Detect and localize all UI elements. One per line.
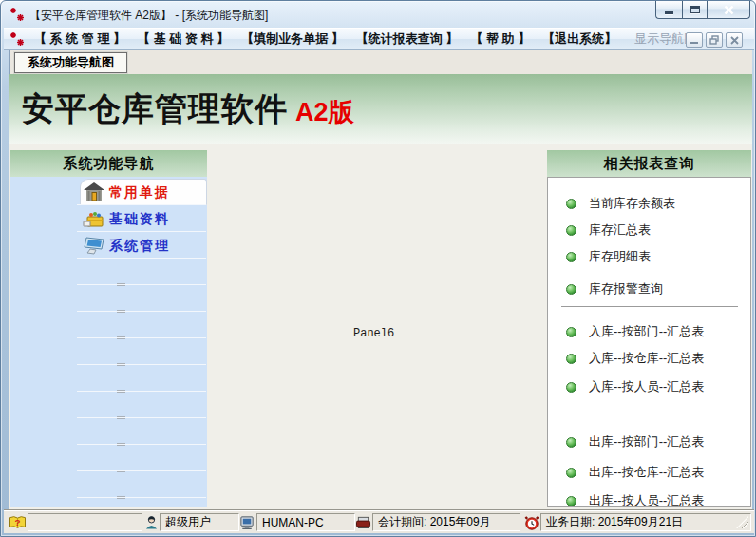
report-item-label: 入库--按仓库--汇总表 [589, 350, 704, 367]
app-logo-icon [9, 31, 25, 47]
nav-empty-slot [10, 338, 207, 365]
green-bullet-icon [566, 354, 576, 364]
divider [561, 306, 738, 307]
close-icon [730, 36, 739, 45]
house-icon [83, 181, 105, 203]
report-item-stock-summary[interactable]: 库存汇总表 [566, 221, 651, 240]
menu-item-base-data[interactable]: 【 基 础 资 料 】 [138, 30, 229, 48]
green-bullet-icon [566, 284, 576, 295]
green-bullet-icon [566, 327, 576, 337]
status-business-date-field: 业务日期: 2015年09月21日 [540, 513, 751, 531]
left-panel: 系统功能导航 常用单据 [10, 150, 207, 507]
menu-item-system-management[interactable]: 【 系 统 管 理 】 [34, 30, 125, 48]
green-bullet-icon [566, 225, 576, 236]
window-title: 【安平仓库管理软件 A2版】 - [系统功能导航图] [29, 8, 268, 24]
nav-empty-slot [10, 285, 207, 312]
report-item-stock-alert[interactable]: 库存报警查询 [566, 279, 663, 298]
menu-item-exit-system[interactable]: 【退出系统】 [542, 30, 616, 48]
minimize-button[interactable] [655, 1, 682, 19]
computer-name: HUMAN-PC [262, 516, 324, 529]
report-item-label: 出库--按人员--汇总表 [589, 492, 704, 507]
right-panel-body: 当前库存余额表 库存汇总表 库存明细表 库存报警查询 入库--按部门--汇总表 … [547, 177, 751, 507]
status-computer-field: HUMAN-PC [256, 513, 355, 531]
nav-item-label: 基础资料 [109, 211, 170, 228]
divider [561, 412, 738, 412]
nav-item-label: 常用单据 [109, 184, 170, 201]
nav-empty-slot [10, 259, 207, 285]
green-bullet-icon [566, 252, 576, 262]
menu-item-help[interactable]: 【 帮 助 】 [470, 30, 530, 48]
nav-item-common-documents[interactable]: 常用单据 [10, 179, 207, 205]
nav-item-label: 系统管理 [109, 238, 170, 255]
report-item-outbound-by-person[interactable]: 出库--按人员--汇总表 [566, 491, 704, 507]
maximize-button[interactable] [682, 1, 708, 19]
report-item-outbound-by-department[interactable]: 出库--按部门--汇总表 [566, 432, 704, 451]
app-logo-icon [9, 7, 25, 22]
close-icon [723, 5, 735, 15]
green-bullet-icon [566, 437, 576, 448]
status-user-field: 超级用户 [160, 513, 239, 531]
menu-item-fill-business-documents[interactable]: 【填制业务单据 】 [241, 30, 344, 48]
app-window: 【安平仓库管理软件 A2版】 - [系统功能导航图] 【 系 统 管 理 】 【… [0, 0, 756, 537]
green-bullet-icon [566, 468, 576, 478]
left-panel-body: 常用单据 基础资料 [10, 177, 207, 507]
nav-empty-slot [10, 471, 207, 498]
report-item-inbound-by-warehouse[interactable]: 入库--按仓库--汇总表 [566, 349, 704, 368]
green-bullet-icon [566, 496, 576, 507]
banner-version: A2版 [295, 95, 354, 129]
business-date: 业务日期: 2015年09月21日 [546, 514, 683, 530]
child-close-button[interactable] [726, 32, 743, 48]
box-icon [83, 207, 105, 230]
child-restore-button[interactable] [706, 32, 723, 48]
report-item-current-stock-balance[interactable]: 当前库存余额表 [566, 194, 675, 213]
banner-title: 安平仓库管理软件 [22, 87, 288, 131]
report-item-inbound-by-person[interactable]: 入库--按人员--汇总表 [566, 377, 704, 396]
menu-bar: 【 系 统 管 理 】 【 基 础 资 料 】 【填制业务单据 】 【统计报表查… [4, 28, 754, 50]
report-item-label: 入库--按部门--汇总表 [589, 323, 704, 340]
right-panel: 相关报表查询 当前库存余额表 库存汇总表 库存明细表 库存报警查询 入库--按部… [547, 150, 751, 507]
minimize-icon [665, 11, 673, 14]
status-bar: ? 超级用户 HUMAN-PC [4, 509, 754, 533]
green-bullet-icon [566, 199, 576, 209]
title-bar: 【安平仓库管理软件 A2版】 - [系统功能导航图] [1, 1, 755, 28]
green-bullet-icon [566, 382, 576, 393]
tab-system-function-nav[interactable]: 系统功能导航图 [14, 52, 127, 73]
child-minimize-button[interactable] [686, 32, 703, 48]
report-item-label: 出库--按仓库--汇总表 [589, 464, 704, 481]
minimize-icon [690, 42, 698, 44]
tab-strip: 系统功能导航图 [9, 50, 752, 74]
report-item-stock-detail[interactable]: 库存明细表 [566, 247, 651, 266]
content-area: 安平仓库管理软件 A2版 系统功能导航 常用单据 [9, 74, 752, 509]
nav-empty-slot [10, 392, 207, 418]
report-item-label: 库存报警查询 [589, 280, 663, 297]
status-message-field [28, 513, 142, 531]
banner: 安平仓库管理软件 A2版 [9, 74, 752, 144]
svg-text:?: ? [14, 516, 20, 527]
help-book-icon: ? [8, 513, 27, 531]
nav-empty-slot [10, 418, 207, 445]
nav-item-base-data[interactable]: 基础资料 [10, 205, 207, 232]
nav-item-system-management[interactable]: 系统管理 [10, 232, 207, 259]
right-panel-header: 相关报表查询 [547, 150, 751, 177]
resize-grip[interactable] [736, 516, 748, 528]
report-item-outbound-by-warehouse[interactable]: 出库--按仓库--汇总表 [566, 463, 704, 482]
ledger-printer-icon [353, 513, 372, 531]
report-item-label: 入库--按人员--汇总表 [589, 378, 704, 395]
alarm-clock-icon [522, 513, 541, 531]
report-item-label: 库存明细表 [589, 248, 651, 265]
status-accounting-period-field: 会计期间: 2015年09月 [372, 513, 520, 531]
report-item-label: 出库--按部门--汇总表 [589, 433, 704, 451]
close-button[interactable] [708, 1, 750, 19]
report-item-label: 当前库存余额表 [589, 195, 675, 212]
nav-empty-slot [10, 365, 207, 392]
report-item-inbound-by-department[interactable]: 入库--按部门--汇总表 [566, 322, 704, 341]
user-icon [142, 513, 161, 531]
computer-icon [237, 513, 256, 531]
nav-empty-slot [10, 312, 207, 338]
left-panel-header: 系统功能导航 [10, 150, 207, 177]
restore-icon [709, 35, 719, 45]
maximize-icon [690, 6, 700, 13]
nav-empty-slot [10, 445, 207, 471]
center-panel-label: Panel6 [353, 327, 394, 340]
menu-item-statistics-report-query[interactable]: 【统计报表查询 】 [356, 30, 459, 48]
